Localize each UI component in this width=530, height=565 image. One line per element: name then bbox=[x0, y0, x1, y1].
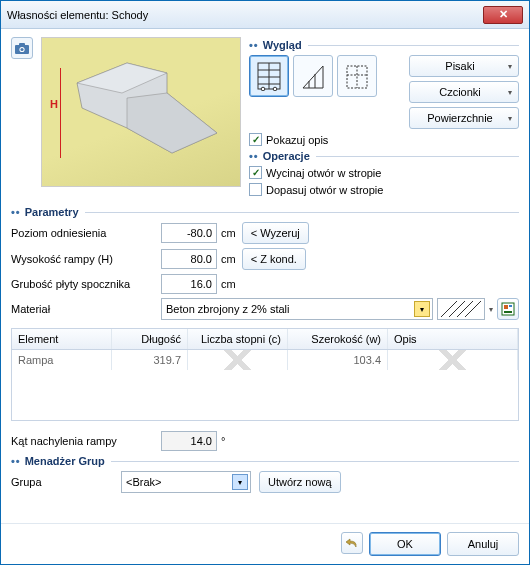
height-label: H bbox=[50, 98, 58, 110]
ok-button[interactable]: OK bbox=[369, 532, 441, 556]
svg-rect-25 bbox=[504, 305, 508, 309]
svg-line-21 bbox=[449, 301, 465, 317]
fit-opening-label: Dopasuj otwór w stropie bbox=[266, 184, 383, 196]
material-label: Materiał bbox=[11, 303, 161, 315]
undo-button[interactable] bbox=[341, 532, 363, 554]
svg-point-13 bbox=[273, 87, 277, 91]
dialog-window: Własności elementu: Schody ✕ H •• bbox=[0, 0, 530, 565]
slab-thk-label: Grubość płyty spocznika bbox=[11, 278, 161, 290]
fonts-button[interactable]: Czcionki bbox=[409, 81, 519, 103]
view-mode-2[interactable] bbox=[293, 55, 333, 97]
zero-button[interactable]: < Wyzeruj bbox=[242, 222, 309, 244]
material-props-button[interactable] bbox=[497, 298, 519, 320]
chevron-down-icon[interactable]: ▾ bbox=[414, 301, 430, 317]
pens-button[interactable]: Pisaki bbox=[409, 55, 519, 77]
svg-rect-1 bbox=[19, 43, 25, 46]
slab-thk-unit: cm bbox=[221, 278, 236, 290]
angle-unit: ° bbox=[221, 435, 225, 447]
dialog-footer: OK Anuluj bbox=[1, 523, 529, 564]
properties-icon bbox=[501, 302, 515, 316]
look-section-title: Wygląd bbox=[263, 39, 302, 51]
show-desc-label: Pokazuj opis bbox=[266, 134, 328, 146]
show-desc-checkbox[interactable] bbox=[249, 133, 262, 146]
chevron-down-icon[interactable]: ▾ bbox=[489, 305, 493, 314]
group-select[interactable]: <Brak> ▾ bbox=[121, 471, 251, 493]
chevron-down-icon[interactable]: ▾ bbox=[232, 474, 248, 490]
ops-section-title: Operacje bbox=[263, 150, 310, 162]
cut-opening-checkbox[interactable] bbox=[249, 166, 262, 179]
undo-icon bbox=[345, 537, 359, 549]
svg-line-23 bbox=[465, 301, 481, 317]
svg-marker-14 bbox=[303, 66, 323, 88]
table-row[interactable]: Rampa 319.7 103.4 bbox=[12, 350, 518, 370]
material-select[interactable]: Beton zbrojony z 2% stali ▾ bbox=[161, 298, 433, 320]
group-label: Grupa bbox=[11, 476, 121, 488]
camera-button[interactable] bbox=[11, 37, 33, 59]
window-title: Własności elementu: Schody bbox=[7, 9, 483, 21]
view-mode-3[interactable] bbox=[337, 55, 377, 97]
hatch-preview[interactable] bbox=[437, 298, 485, 320]
ref-level-input[interactable] bbox=[161, 223, 217, 243]
svg-rect-27 bbox=[504, 311, 512, 313]
titlebar: Własności elementu: Schody ✕ bbox=[1, 1, 529, 29]
cancel-button[interactable]: Anuluj bbox=[447, 532, 519, 556]
material-value: Beton zbrojony z 2% stali bbox=[166, 303, 290, 315]
create-group-button[interactable]: Utwórz nową bbox=[259, 471, 341, 493]
svg-line-20 bbox=[441, 301, 457, 317]
view-mode-1[interactable] bbox=[249, 55, 289, 97]
cut-opening-label: Wycinaj otwór w stropie bbox=[266, 167, 381, 179]
ramp-h-label: Wysokość rampy (H) bbox=[11, 253, 161, 265]
angle-label: Kąt nachylenia rampy bbox=[11, 435, 161, 447]
ramp-h-unit: cm bbox=[221, 253, 236, 265]
surfaces-button[interactable]: Powierzchnie bbox=[409, 107, 519, 129]
elements-table: Element Długość Liczba stopni (c) Szerok… bbox=[11, 328, 519, 421]
svg-point-12 bbox=[261, 87, 265, 91]
close-button[interactable]: ✕ bbox=[483, 6, 523, 24]
groups-section-title: Menadżer Grup bbox=[25, 455, 105, 467]
angle-input bbox=[161, 431, 217, 451]
table-header: Element Długość Liczba stopni (c) Szerok… bbox=[12, 329, 518, 350]
dialog-body: H •• Wygląd bbox=[1, 29, 529, 523]
svg-rect-26 bbox=[509, 305, 512, 307]
slab-thk-input[interactable] bbox=[161, 274, 217, 294]
ramp-icon bbox=[72, 58, 222, 158]
ref-level-label: Poziom odniesienia bbox=[11, 227, 161, 239]
camera-icon bbox=[15, 43, 29, 54]
ref-level-unit: cm bbox=[221, 227, 236, 239]
svg-line-22 bbox=[457, 301, 473, 317]
fit-opening-checkbox[interactable] bbox=[249, 183, 262, 196]
svg-marker-6 bbox=[127, 93, 217, 153]
kond-button[interactable]: < Z kond. bbox=[242, 248, 306, 270]
preview-3d: H bbox=[41, 37, 241, 187]
params-section-title: Parametry bbox=[25, 206, 79, 218]
ramp-h-input[interactable] bbox=[161, 249, 217, 269]
svg-point-3 bbox=[20, 47, 23, 50]
group-value: <Brak> bbox=[126, 476, 161, 488]
height-indicator bbox=[60, 68, 61, 158]
